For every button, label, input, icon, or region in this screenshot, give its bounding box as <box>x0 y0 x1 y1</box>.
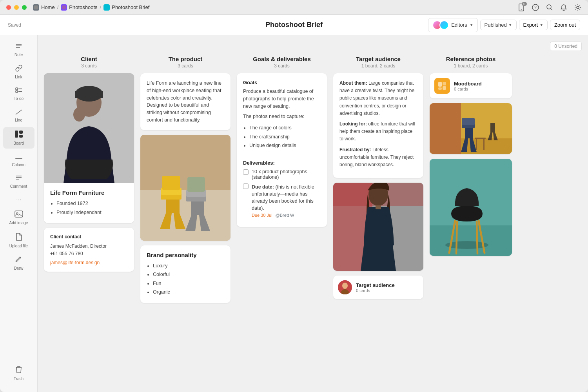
audience-linked-title: Target audience <box>356 282 395 288</box>
breadcrumb-photoshoots[interactable]: Photoshoots <box>61 4 97 11</box>
photoshoots-icon <box>61 4 67 11</box>
svg-rect-13 <box>16 88 18 90</box>
svg-rect-0 <box>34 5 38 9</box>
goals-bullets: The range of colors The craftsmanship Un… <box>243 123 321 150</box>
reference-card-count: 1 board, 2 cards <box>430 63 512 69</box>
svg-rect-55 <box>430 103 461 154</box>
line-icon <box>15 109 22 117</box>
client-column-header: Client 3 cards <box>44 56 134 69</box>
svg-rect-33 <box>140 135 230 190</box>
export-label: Export <box>523 22 538 28</box>
svg-point-47 <box>342 283 348 289</box>
svg-line-8 <box>551 9 552 10</box>
breadcrumb-sep-1: / <box>57 4 59 10</box>
notifications-icon[interactable] <box>560 4 568 11</box>
maximize-button[interactable] <box>22 5 27 10</box>
goals-column: Goals & deliverables 3 cards Goals Produ… <box>237 56 327 227</box>
product-image-card <box>140 135 230 241</box>
home-icon <box>33 4 39 11</box>
editors-label: Editors <box>451 22 467 28</box>
sidebar-item-more[interactable]: ··· <box>3 193 34 206</box>
moodboard-title: Moodboard <box>454 81 482 87</box>
svg-rect-45 <box>376 205 381 209</box>
sidebar-item-trash[interactable]: Trash <box>3 363 34 384</box>
brand-title: Brand personality <box>147 252 224 258</box>
assignee-tag: @Brett W <box>276 213 294 218</box>
contact-email[interactable]: james@life-form.design <box>50 260 128 265</box>
svg-rect-59 <box>476 139 477 150</box>
svg-rect-51 <box>443 86 446 90</box>
contact-title: Client contact <box>50 234 128 240</box>
looking-label: Looking for: <box>339 121 367 127</box>
editors-button[interactable]: Editors ▼ <box>428 18 477 32</box>
svg-rect-1 <box>62 5 66 9</box>
zoom-label: Zoom out <box>554 22 576 28</box>
note-label: Note <box>15 53 23 57</box>
published-button[interactable]: Published ▼ <box>480 20 517 30</box>
sidebar-item-add-image[interactable]: Add image <box>3 207 34 228</box>
export-button[interactable]: Export ▼ <box>519 20 548 30</box>
saved-label: Saved <box>8 22 21 28</box>
sidebar-item-todo[interactable]: To-do <box>3 84 34 104</box>
help-icon[interactable]: ? <box>532 4 539 11</box>
sidebar-item-column[interactable]: Column <box>3 150 34 170</box>
ref-photo-1 <box>430 103 512 154</box>
brief-icon <box>103 4 110 11</box>
reference-column: Reference photos 1 board, 2 cards <box>430 56 512 256</box>
product-desc-text: Life Form are launching a new line of hi… <box>147 80 224 124</box>
brand-personality-card: Brand personality Luxury Colorful Fun Or… <box>140 245 230 303</box>
audience-linked-card[interactable]: Target audience 0 cards <box>333 276 423 299</box>
sidebar-item-link[interactable]: Link <box>3 62 34 82</box>
sidebar-item-draw[interactable]: Draw <box>3 253 34 274</box>
main-layout: Note Link To-do Line <box>0 35 588 392</box>
published-chevron: ▼ <box>508 23 512 27</box>
add-image-label: Add image <box>9 221 28 225</box>
svg-rect-20 <box>19 135 23 138</box>
minimize-button[interactable] <box>14 5 19 10</box>
unsorted-button[interactable]: 0 Unsorted <box>550 42 582 51</box>
reference-column-header: Reference photos 1 board, 2 cards <box>430 56 512 69</box>
brand-bullet-2: Colorful <box>153 270 224 279</box>
client-column-title: Client <box>44 56 134 62</box>
deliverables-label: Deliverables: <box>243 160 321 166</box>
product-desc-card: Life Form are launching a new line of hi… <box>140 73 230 130</box>
audience-column-title: Target audience <box>333 56 423 62</box>
sidebar-item-upload[interactable]: Upload file <box>3 230 34 251</box>
breadcrumb-brief[interactable]: Photoshoot Brief <box>103 4 149 11</box>
reference-column-title: Reference photos <box>430 56 512 62</box>
more-icon: ··· <box>15 196 22 203</box>
audience-linked-inner[interactable]: Target audience 0 cards <box>333 276 423 299</box>
deliverable-checkbox-1[interactable] <box>243 169 249 175</box>
sidebar-item-note[interactable]: Note <box>3 40 34 60</box>
goals-bullet-1: The range of colors <box>249 123 321 132</box>
export-chevron: ▼ <box>539 23 543 27</box>
breadcrumb-home[interactable]: Home <box>33 4 55 11</box>
svg-rect-62 <box>430 225 512 256</box>
audience-linked-info: Target audience 0 cards <box>356 282 395 293</box>
moodboard-inner[interactable]: Moodboard 0 cards <box>430 73 512 98</box>
product-card-count: 3 cards <box>140 63 230 69</box>
mobile-icon[interactable]: 0 <box>517 4 525 11</box>
moodboard-card[interactable]: Moodboard 0 cards <box>430 73 512 98</box>
goals-label: Goals <box>243 80 321 85</box>
moodboard-info: Moodboard 0 cards <box>454 81 482 91</box>
sidebar-item-comment[interactable]: Comment <box>3 172 34 192</box>
sidebar-item-board[interactable]: Board <box>3 127 34 149</box>
zoom-out-button[interactable]: Zoom out <box>550 20 580 30</box>
comment-label: Comment <box>10 184 27 189</box>
column-icon <box>15 153 22 162</box>
sidebar-item-line[interactable]: Line <box>3 105 34 125</box>
svg-text:?: ? <box>534 5 537 10</box>
product-column-title: The product <box>140 56 230 62</box>
svg-point-4 <box>521 9 522 10</box>
goals-capture: The photos need to capture: <box>243 113 321 120</box>
board-icon <box>15 130 23 140</box>
search-icon[interactable] <box>546 4 554 11</box>
due-date-checkbox[interactable] <box>243 183 249 189</box>
svg-rect-2 <box>105 5 109 9</box>
board-content: 0 Unsorted Client 3 cards <box>38 35 588 392</box>
close-button[interactable] <box>6 5 11 10</box>
frustrated-label: Frustrated by: <box>339 147 371 152</box>
svg-rect-25 <box>15 211 23 217</box>
settings-icon[interactable] <box>574 4 582 11</box>
